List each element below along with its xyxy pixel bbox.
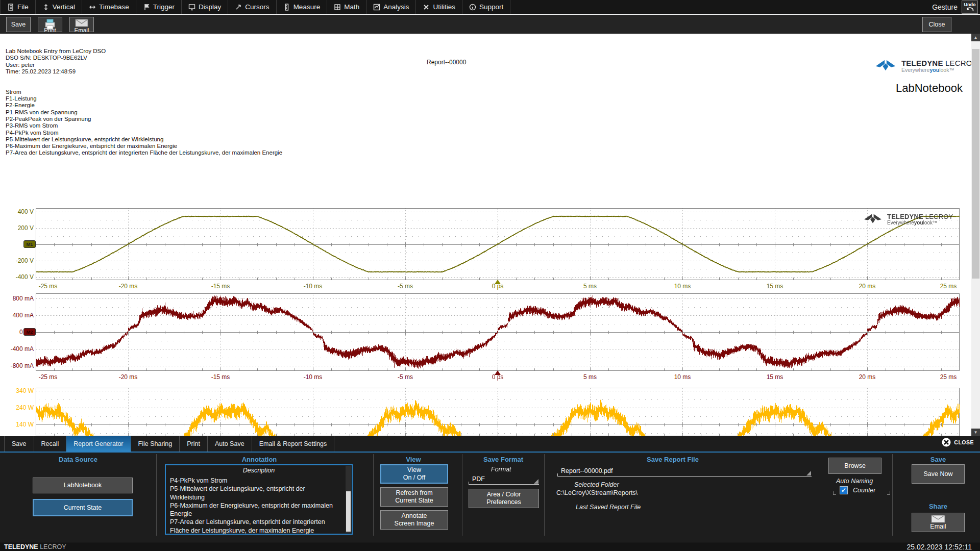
x-axis-label: -5 ms — [398, 283, 413, 290]
menu-item-cursors[interactable]: Cursors — [228, 0, 276, 14]
y-axis-label: -400 mA — [1, 346, 34, 352]
tab-save[interactable]: Save — [4, 436, 34, 452]
labnotebook-button[interactable]: LabNotebook — [33, 478, 133, 493]
menu-item-trigger[interactable]: Trigger — [136, 0, 182, 14]
trace-marker-m1: M1 — [23, 240, 36, 248]
dropdown-corner-icon — [806, 471, 811, 475]
report-document: Lab Notebook Entry from LeCroy DSO DSO S… — [0, 34, 980, 436]
tab-underline — [0, 452, 980, 453]
statusbar: TELEDYNE LECROY 25.02.2023 12:52:11 — [0, 542, 980, 551]
scrollbar-thumb[interactable] — [972, 49, 979, 279]
area-color-preferences-button[interactable]: Area / ColorPreferences — [469, 489, 539, 508]
share-title: Share — [929, 503, 947, 510]
x-axis-label: 10 ms — [674, 373, 691, 381]
statusbar-brand: TELEDYNE LECROY — [4, 543, 66, 550]
brand-name: TELEDYNE LECROY — [887, 213, 953, 220]
y-axis-label: 140 W — [1, 421, 34, 428]
tab-recall[interactable]: Recall — [34, 436, 67, 452]
menu-item-file[interactable]: File — [0, 0, 36, 14]
refresh-from-current-state-button[interactable]: Refresh fromCurrent State — [380, 487, 448, 507]
scroll-up-button[interactable]: ▲ — [971, 34, 980, 41]
gesture-label: Gesture — [932, 3, 958, 11]
x-axis-label: 15 ms — [767, 283, 783, 290]
save-report-file-title: Save Report File — [647, 456, 699, 463]
menu-item-analysis[interactable]: Analysis — [366, 0, 416, 14]
browse-button[interactable]: Browse — [828, 458, 881, 474]
tab-print[interactable]: Print — [180, 436, 208, 452]
panel-close-button[interactable]: CLOSE — [942, 438, 974, 447]
email-button[interactable]: Email — [69, 17, 94, 32]
envelope-icon — [931, 515, 945, 523]
annotation-text: P4-PkPk vom Strom P5-Mittelwert der Leis… — [170, 477, 344, 535]
divider — [892, 454, 893, 536]
close-icon — [942, 438, 951, 447]
y-axis-label: 400 V — [1, 209, 34, 215]
panel-tabs: SaveRecallReport GeneratorFile SharingPr… — [4, 436, 334, 452]
teledyne-glyph-icon — [874, 59, 897, 71]
x-axis-label: -25 ms — [39, 373, 58, 381]
menu-item-math[interactable]: Math — [327, 0, 366, 14]
menu-item-timebase[interactable]: Timebase — [82, 0, 136, 14]
x-axis-label: 20 ms — [859, 373, 876, 381]
teledyne-lecroy-logo: TELEDYNE LECROY Everywhereyoulook™ — [874, 59, 977, 73]
y-axis-label: -400 V — [1, 274, 34, 280]
menu-item-vertical[interactable]: Vertical — [36, 0, 82, 14]
view-title: View — [406, 456, 421, 463]
cursors-icon — [235, 4, 242, 11]
selected-folder-path: C:\LeCroy\XStream\Reports\ — [556, 489, 638, 496]
tab-email-report-settings[interactable]: Email & Report Settings — [252, 436, 335, 452]
print-button[interactable]: Print — [38, 17, 62, 32]
menu-item-support[interactable]: Support — [462, 0, 510, 14]
annotation-textbox[interactable]: Description P4-PkPk vom Strom P5-Mittelw… — [165, 464, 353, 535]
x-axis-label: 5 ms — [583, 283, 597, 290]
x-axis-label: -10 ms — [304, 373, 323, 381]
menu-item-utilities[interactable]: Utilities — [416, 0, 462, 14]
document-scrollbar[interactable]: ▲ ▼ — [971, 34, 980, 436]
tab-auto-save[interactable]: Auto Save — [208, 436, 252, 452]
scrollbar-thumb[interactable] — [346, 491, 351, 532]
report-generator-panel: SaveRecallReport GeneratorFile SharingPr… — [0, 436, 980, 542]
statusbar-timestamp: 25.02.2023 12:52:11 — [907, 543, 972, 551]
menu-item-measure[interactable]: Measure — [277, 0, 328, 14]
tab-report-generator[interactable]: Report Generator — [66, 436, 131, 452]
current-trace-plot — [36, 293, 960, 371]
data-source-title: Data Source — [59, 456, 97, 463]
annotation-scrollbar[interactable] — [346, 466, 351, 533]
save-button[interactable]: Save — [6, 17, 31, 32]
tab-file-sharing[interactable]: File Sharing — [131, 436, 180, 452]
report-filename-field[interactable]: Report--00000.pdf — [557, 464, 812, 477]
x-axis-label: -20 ms — [119, 373, 138, 381]
description-label: Description — [166, 467, 352, 474]
trigger-position-marker — [495, 370, 501, 375]
share-email-button[interactable]: Email — [912, 513, 965, 532]
y-axis-label: 400 mA — [1, 312, 34, 318]
annotate-screen-image-button[interactable]: AnnotateScreen Image — [380, 510, 448, 530]
format-dropdown[interactable]: PDF — [469, 473, 539, 485]
close-button[interactable]: Close — [922, 17, 951, 32]
divider — [544, 454, 545, 536]
undo-button[interactable]: Undo — [962, 1, 978, 14]
undo-label: Undo — [964, 2, 976, 7]
view-on-off-button[interactable]: ViewOn / Off — [380, 464, 448, 484]
counter-checkbox[interactable]: ✓ — [840, 486, 848, 494]
annotation-title: Annotation — [242, 456, 277, 463]
undo-arrow-icon — [966, 7, 974, 12]
x-axis-label: -5 ms — [398, 373, 413, 381]
save-now-button[interactable]: Save Now — [912, 464, 965, 484]
chart-power-trace: 340 W240 W140 W — [0, 388, 980, 436]
menu-item-display[interactable]: Display — [182, 0, 228, 14]
scroll-down-button[interactable]: ▼ — [971, 429, 980, 436]
report-header-text: Lab Notebook Entry from LeCroy DSO DSO S… — [6, 48, 282, 157]
envelope-icon — [75, 18, 89, 28]
current-state-button[interactable]: Current State — [33, 499, 133, 516]
divider — [373, 454, 374, 536]
vertical-icon — [42, 4, 50, 11]
divider — [462, 454, 462, 536]
y-axis-label: -800 mA — [1, 363, 34, 369]
display-icon — [188, 4, 195, 11]
report-number: Report--00000 — [427, 59, 466, 66]
trigger-icon — [143, 4, 150, 11]
x-axis-label: 15 ms — [767, 373, 783, 381]
power-trace-plot — [36, 388, 960, 436]
divider — [156, 454, 157, 536]
